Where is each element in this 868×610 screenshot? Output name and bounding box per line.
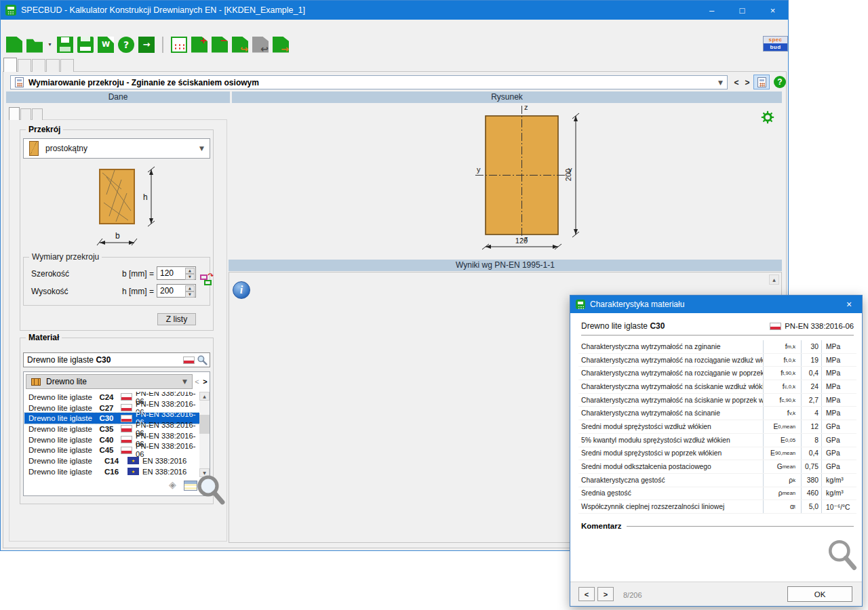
dialog-norm: PN-EN 338:2016-06: [785, 322, 854, 330]
shape-select-value: prostokątny: [45, 144, 87, 153]
table-view-icon[interactable]: [184, 481, 197, 491]
title-bar: SPECBUD - Kalkulator Konstrukcji Drewnia…: [1, 1, 788, 20]
tab-slup[interactable]: [60, 59, 74, 72]
material-list-panel: Drewno lite ▼ < > Drewno lite iglaste C2…: [23, 371, 210, 496]
poland-flag-icon: [770, 323, 781, 330]
calculator-icon: [15, 77, 24, 87]
help-icon[interactable]: ?: [118, 37, 134, 53]
tab-scinanie-na-podporze-belki[interactable]: [32, 59, 45, 72]
dialog-zoom-icon[interactable]: [827, 538, 858, 572]
category-prev-button[interactable]: <: [193, 376, 201, 387]
dialog-title: Charakterystyka materiału: [590, 300, 684, 309]
section-sketch: h b: [20, 163, 214, 253]
print-icon[interactable]: [77, 37, 94, 53]
search-icon[interactable]: [197, 354, 208, 365]
tab-zginanie-ze-sciskaniem[interactable]: [3, 58, 17, 72]
subtab-oddzialywania[interactable]: [20, 108, 31, 120]
dialog-close-icon[interactable]: ×: [836, 296, 862, 313]
move-icon[interactable]: ◈: [169, 479, 176, 490]
next-element-icon[interactable]: →: [273, 37, 289, 53]
chevron-down-icon: ▼: [182, 378, 187, 385]
chevron-down-icon: ▼: [718, 79, 723, 86]
table-row: Średni moduł odkształcenia postaciowego …: [578, 460, 856, 474]
height-input[interactable]: 200 ▲▼: [157, 284, 196, 298]
results-header: Wyniki wg PN-EN 1995-1-1: [229, 260, 782, 271]
dane-panel-header: Dane: [6, 92, 230, 103]
ok-button[interactable]: OK: [787, 586, 852, 602]
swap-dimensions-icon[interactable]: ↷: [200, 272, 214, 287]
divider: [581, 335, 854, 336]
material-list-scrollbar[interactable]: ▲ ▼: [199, 392, 210, 477]
calculator-toggle-button[interactable]: [753, 75, 770, 89]
material-row[interactable]: Drewno lite iglaste C45 PN-EN 338:2016-0…: [24, 445, 199, 455]
table-row: Średni moduł sprężystości wzdłuż włókien…: [578, 420, 856, 434]
new-file-icon[interactable]: [6, 37, 22, 53]
table-row: Charakterystyczna wytrzymałość na ścinan…: [578, 407, 856, 420]
export-word-icon[interactable]: W: [98, 37, 114, 53]
height-spinner[interactable]: ▲▼: [185, 285, 195, 296]
close-button[interactable]: ×: [757, 1, 788, 20]
table-row: Charakterystyczna wytrzymałość na rozcią…: [578, 354, 856, 367]
task-selector-combo[interactable]: Wymiarowanie przekroju - Zginanie ze ści…: [10, 75, 728, 89]
table-row: Charakterystyczna wytrzymałość na rozcią…: [578, 367, 856, 380]
subtab-przekroj[interactable]: [9, 107, 20, 120]
material-row[interactable]: Drewno lite iglaste C16 EN 338:2016: [24, 466, 199, 477]
tab-belka[interactable]: [46, 59, 60, 72]
material-category-select[interactable]: Drewno lite ▼: [26, 374, 193, 389]
results-scroll-up[interactable]: ▲: [769, 274, 779, 285]
dane-sub-tabs: [9, 107, 43, 120]
save-icon[interactable]: [57, 37, 73, 53]
dialog-title-bar: Charakterystyka materiału ×: [570, 296, 862, 313]
material-search-field[interactable]: Drewno lite iglaste C30: [23, 352, 210, 367]
calculators-grid-icon[interactable]: [171, 37, 187, 53]
prev-element-icon[interactable]: ↩: [252, 37, 269, 53]
minimize-button[interactable]: –: [696, 1, 727, 20]
open-dropdown-arrow[interactable]: ▾: [47, 37, 53, 53]
copy-element-icon[interactable]: ↪: [232, 37, 248, 53]
dialog-next-button[interactable]: >: [597, 587, 614, 601]
table-row: Charakterystyczna wytrzymałość na ściska…: [578, 394, 856, 407]
dialog-footer: < > 8/206 OK: [570, 582, 862, 606]
wood-section-icon: [29, 141, 39, 156]
wood-box-icon: [31, 378, 41, 386]
open-file-icon[interactable]: [26, 37, 43, 53]
wysokosc-label: Wysokość: [31, 287, 68, 296]
material-properties-table: Charakterystyczna wytrzymałość na zginan…: [578, 340, 856, 514]
module-tab-bar: [3, 58, 75, 72]
table-row: Charakterystyczna wytrzymałość na zginan…: [578, 340, 856, 354]
menu-bar: [1, 20, 788, 33]
material-row[interactable]: Drewno lite iglaste C14 EN 338:2016: [24, 455, 199, 466]
tab-scinanie-dwukierunkowe[interactable]: [18, 59, 31, 72]
scroll-up-icon[interactable]: ▲: [199, 392, 210, 401]
maximize-button[interactable]: □: [727, 1, 757, 20]
info-icon[interactable]: i: [233, 281, 250, 299]
norm-flag-icon: [121, 415, 132, 422]
shape-select[interactable]: prostokątny ▼: [23, 138, 210, 159]
exit-icon[interactable]: →: [138, 37, 155, 53]
task-prev-button[interactable]: <: [732, 76, 741, 89]
task-selector-value: Wymiarowanie przekroju - Zginanie ze ści…: [28, 78, 259, 87]
width-input[interactable]: 120 ▲▼: [157, 266, 196, 280]
task-next-button[interactable]: >: [743, 76, 752, 89]
category-next-button[interactable]: >: [201, 376, 209, 387]
dialog-material-name: Drewno lite iglaste: [581, 321, 648, 331]
add-element-icon[interactable]: +: [191, 37, 208, 53]
scrollbar-thumb[interactable]: [199, 415, 210, 434]
dialog-prev-button[interactable]: <: [578, 587, 595, 601]
app-calculator-icon: [576, 300, 585, 309]
subtab-zalozenia[interactable]: [32, 108, 43, 120]
z-listy-button[interactable]: Z listy: [157, 313, 196, 325]
norm-flag-icon: [121, 404, 132, 411]
material-characteristics-dialog: Charakterystyka materiału × Drewno lite …: [570, 295, 863, 607]
szerokosc-label: Szerokość: [31, 269, 69, 279]
material-zoom-icon[interactable]: [196, 474, 226, 506]
table-row: Współczynnik cieplnej rozszerzalności li…: [578, 500, 856, 514]
width-spinner[interactable]: ▲▼: [185, 268, 195, 279]
context-help-button[interactable]: ?: [774, 76, 786, 88]
section-drawing: z z y y 200 120: [448, 101, 787, 257]
remove-element-icon[interactable]: −: [212, 37, 228, 53]
svg-text:z: z: [524, 103, 528, 111]
norm-flag-icon: [127, 468, 139, 475]
svg-text:b: b: [115, 231, 120, 241]
drawing-settings-gear-icon[interactable]: [761, 110, 774, 124]
